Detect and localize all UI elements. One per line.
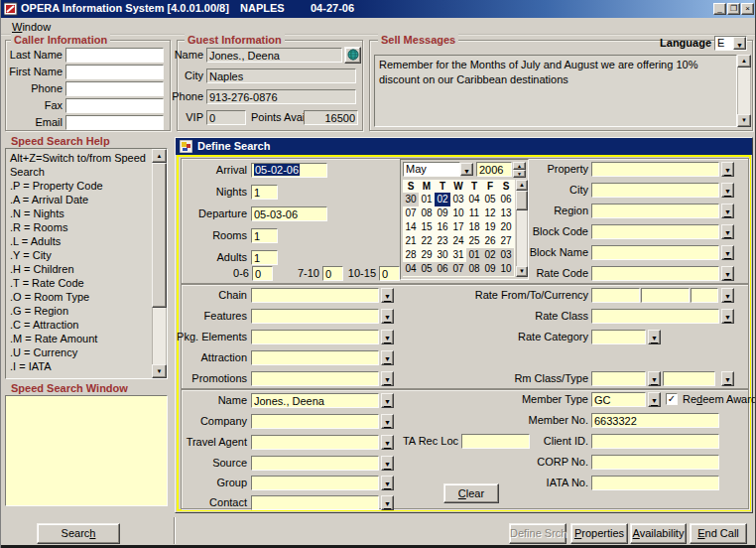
guest-phone-field[interactable]: [206, 89, 356, 104]
property-lov-button[interactable]: [721, 162, 734, 177]
redeem-award-checkbox[interactable]: [666, 393, 678, 405]
scroll-up-icon[interactable]: ▲: [737, 55, 751, 68]
rate-code-lov-button[interactable]: [721, 266, 734, 281]
company-input[interactable]: [251, 414, 379, 429]
children-10-15-input[interactable]: [379, 266, 400, 281]
rate-category-lov-button[interactable]: [648, 330, 661, 344]
source-lov-button[interactable]: [381, 456, 394, 471]
rate-currency-input[interactable]: [691, 288, 718, 303]
block-name-input[interactable]: [591, 245, 719, 260]
company-lov-button[interactable]: [381, 414, 394, 429]
properties-button[interactable]: Properties: [570, 523, 628, 544]
calendar-day[interactable]: 22: [419, 234, 435, 248]
clear-button[interactable]: Clear: [443, 483, 499, 503]
rate-class-lov-button[interactable]: [721, 309, 734, 324]
menu-window[interactable]: Window: [8, 20, 55, 34]
rooms-input[interactable]: [251, 228, 278, 243]
help-item[interactable]: .P = Property Code: [10, 179, 147, 193]
scroll-down-icon[interactable]: ▼: [737, 114, 751, 127]
rm-type-input[interactable]: [663, 371, 715, 386]
help-item[interactable]: .M = Rate Amount: [10, 332, 147, 345]
departure-input[interactable]: [251, 206, 327, 221]
end-call-button[interactable]: End Call: [690, 523, 747, 544]
help-item[interactable]: .I = IATA: [10, 359, 147, 373]
help-item[interactable]: .Y = City: [10, 248, 147, 262]
help-item[interactable]: .T = Rate Code: [10, 276, 147, 290]
pkg-elements-input[interactable]: [251, 330, 379, 344]
help-item[interactable]: .O = Room Type: [10, 290, 147, 304]
vip-field[interactable]: [206, 110, 246, 125]
calendar-day[interactable]: 14: [403, 220, 419, 234]
help-item[interactable]: .C = Attraction: [10, 318, 147, 332]
contact-input[interactable]: [251, 495, 379, 510]
group-input[interactable]: [251, 476, 379, 490]
children-0-6-input[interactable]: [252, 266, 273, 281]
language-dropdown-icon[interactable]: [733, 37, 746, 50]
block-code-lov-button[interactable]: [721, 224, 734, 239]
features-lov-button[interactable]: [381, 309, 394, 324]
contact-lov-button[interactable]: [381, 495, 394, 510]
city-lov-button[interactable]: [721, 183, 734, 198]
client-id-input[interactable]: [591, 434, 719, 449]
property-input[interactable]: [591, 162, 719, 177]
calendar-day[interactable]: 07: [403, 206, 419, 220]
calendar-day[interactable]: 29: [419, 248, 435, 262]
guest-name-field[interactable]: [206, 48, 342, 63]
rate-to-input[interactable]: [641, 288, 690, 303]
help-item[interactable]: .L = Adults: [10, 234, 147, 248]
member-no-input[interactable]: [591, 413, 719, 428]
calendar-day[interactable]: 08: [419, 206, 435, 220]
rate-code-input[interactable]: [591, 266, 719, 281]
rate-class-input[interactable]: [591, 309, 719, 324]
rm-type-lov-button[interactable]: [721, 371, 734, 386]
guest-profile-globe-button[interactable]: [344, 47, 361, 64]
features-input[interactable]: [251, 309, 379, 324]
pkg-elements-lov-button[interactable]: [381, 330, 394, 344]
help-item[interactable]: .U = Currency: [10, 345, 147, 359]
region-lov-button[interactable]: [721, 204, 734, 218]
iata-no-input[interactable]: [591, 476, 719, 490]
source-input[interactable]: [251, 456, 379, 471]
member-type-input[interactable]: [591, 392, 646, 407]
rate-category-input[interactable]: [591, 330, 646, 344]
calendar-day[interactable]: 15: [419, 220, 435, 234]
calendar-day[interactable]: 30: [403, 193, 419, 206]
nights-input[interactable]: [251, 185, 278, 200]
calendar-day[interactable]: 05: [419, 262, 435, 276]
promotions-lov-button[interactable]: [381, 371, 394, 386]
rm-class-lov-button[interactable]: [648, 371, 661, 386]
calendar-day[interactable]: 04: [403, 262, 419, 276]
group-lov-button[interactable]: [381, 476, 394, 490]
region-input[interactable]: [591, 204, 719, 218]
rate-currency-lov-button[interactable]: [721, 288, 734, 303]
attraction-input[interactable]: [251, 350, 379, 365]
help-item[interactable]: Alt+Z=Switch to/from Speed Search: [10, 151, 147, 179]
maximize-button[interactable]: ❐: [727, 3, 740, 15]
minimize-button[interactable]: _: [713, 3, 726, 15]
calendar-day[interactable]: 21: [403, 234, 419, 248]
corp-no-input[interactable]: [591, 455, 719, 470]
profile-name-lov-button[interactable]: [381, 393, 394, 408]
block-code-input[interactable]: [591, 224, 719, 239]
profile-name-input[interactable]: [251, 393, 379, 408]
availability-button[interactable]: Availability: [630, 523, 687, 544]
speed-search-input[interactable]: [5, 395, 168, 506]
close-button[interactable]: ×: [741, 3, 754, 15]
help-item[interactable]: .G = Region: [10, 304, 147, 318]
adults-input[interactable]: [251, 250, 278, 265]
member-type-lov-button[interactable]: [648, 392, 661, 407]
chain-input[interactable]: [251, 288, 379, 303]
city-input[interactable]: [591, 183, 719, 198]
help-item[interactable]: .A = Arrival Date: [10, 193, 147, 206]
points-avail-field[interactable]: [304, 110, 358, 125]
calendar-day[interactable]: 28: [403, 248, 419, 262]
travel-agent-input[interactable]: [251, 435, 379, 450]
help-scroll-up-icon[interactable]: ▲: [152, 149, 167, 163]
arrival-input[interactable]: 05-02-06: [251, 163, 327, 178]
rm-class-input[interactable]: [591, 371, 646, 386]
help-item[interactable]: .R = Rooms: [10, 220, 147, 234]
attraction-lov-button[interactable]: [381, 350, 394, 365]
calendar-day[interactable]: 01: [419, 193, 435, 206]
block-name-lov-button[interactable]: [721, 245, 734, 260]
help-item[interactable]: .H = Children: [10, 262, 147, 276]
